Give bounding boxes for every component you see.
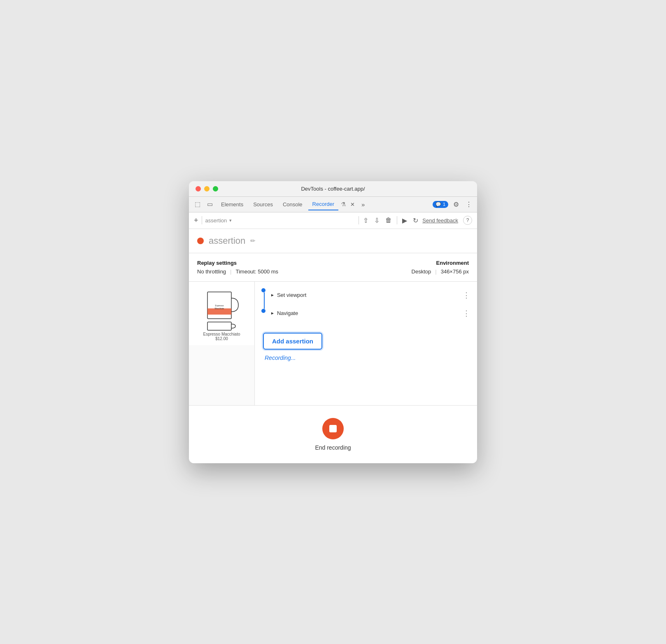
recording-title: assertion	[209, 236, 245, 246]
minimize-button[interactable]	[204, 186, 210, 191]
tab-sources[interactable]: Sources	[249, 199, 277, 210]
more-options-btn[interactable]: ⋮	[464, 199, 474, 210]
settings-row: Replay settings No throttling | Timeout:…	[189, 253, 477, 282]
settings-separator: |	[230, 268, 231, 275]
step-2-content[interactable]: ► Navigate ⋮	[270, 309, 470, 324]
step-1-bullet	[261, 288, 265, 292]
toolbar-divider-1	[202, 216, 202, 224]
environment-values: Desktop | 346×756 px	[412, 268, 469, 275]
svg-text:Macchiato: Macchiato	[214, 307, 224, 310]
step-1-content[interactable]: ► Set viewport ⋮	[270, 288, 470, 309]
window-title: DevTools - coffee-cart.app/	[301, 186, 365, 192]
add-assertion-btn[interactable]: Add assertion	[263, 333, 322, 350]
replay-settings-values: No throttling | Timeout: 5000 ms	[197, 268, 412, 275]
toolbar-divider-2	[359, 216, 359, 224]
step-2-bullet	[261, 309, 265, 313]
step-2-label: ► Navigate	[270, 310, 463, 316]
chat-icon: 💬	[435, 202, 441, 207]
stop-recording-btn[interactable]	[322, 418, 344, 439]
steps-list: ► Set viewport ⋮ ► Navigate ⋮	[255, 282, 477, 405]
resolution-value[interactable]: 346×756 px	[441, 268, 469, 275]
settings-btn[interactable]: ⚙	[452, 199, 461, 210]
timeout-value[interactable]: Timeout: 5000 ms	[235, 268, 278, 275]
dropdown-arrow-icon: ▾	[229, 218, 232, 223]
more-tabs-btn[interactable]: »	[359, 199, 367, 210]
throttling-value[interactable]: No throttling	[197, 268, 226, 275]
recording-title-row: assertion ✏	[189, 229, 477, 253]
recording-name-selector[interactable]: assertion ▾	[205, 217, 356, 224]
export-btn[interactable]: ⇧	[362, 216, 369, 225]
step-1-connector	[264, 292, 265, 309]
title-bar: DevTools - coffee-cart.app/	[189, 181, 477, 197]
step-1-more-btn[interactable]: ⋮	[463, 291, 470, 300]
step-replay-btn[interactable]: ↻	[412, 216, 419, 225]
step-2-text: Navigate	[277, 310, 298, 316]
replay-settings: Replay settings No throttling | Timeout:…	[197, 260, 412, 275]
step-1-expand-icon: ►	[270, 293, 275, 297]
step-1-timeline	[261, 288, 265, 309]
add-assertion-area: Add assertion Recording...	[255, 324, 477, 365]
step-2-more-btn[interactable]: ⋮	[463, 309, 470, 318]
add-recording-btn[interactable]: +	[194, 217, 198, 224]
device-value[interactable]: Desktop	[412, 268, 431, 275]
recorder-experiment-icon: ⚗	[341, 201, 346, 208]
toolbar-icons: ⇧ ⇩ 🗑 ▶ ↻	[362, 216, 419, 225]
end-recording-area: End recording	[189, 405, 477, 463]
steps-area: Espresso Macchiato Espresso Macchiato $1…	[189, 282, 477, 405]
svg-rect-4	[207, 322, 231, 330]
toolbar-right: Send feedback ?	[422, 216, 472, 225]
step-2-timeline	[261, 309, 265, 324]
toolbar-divider-3	[397, 216, 397, 224]
recording-status-text: Recording...	[263, 355, 296, 361]
device-icon-btn[interactable]: ▭	[205, 199, 215, 210]
chat-count: 1	[443, 202, 445, 207]
help-btn[interactable]: ?	[463, 216, 472, 225]
preview-image: Espresso Macchiato Espresso Macchiato $1…	[189, 282, 254, 345]
svg-text:Espresso: Espresso	[215, 304, 224, 307]
replay-btn[interactable]: ▶	[401, 216, 408, 225]
traffic-lights	[196, 186, 218, 191]
edit-title-icon[interactable]: ✏	[250, 237, 256, 245]
environment-label: Environment	[412, 260, 469, 266]
inspector-icon-btn[interactable]: ⬚	[192, 199, 203, 210]
toolbar: + assertion ▾ ⇧ ⇩ 🗑 ▶ ↻ Send feedback ?	[189, 212, 477, 229]
recording-name-text: assertion	[205, 217, 227, 224]
send-feedback-btn[interactable]: Send feedback	[422, 217, 458, 224]
tabs-right: 💬 1 ⚙ ⋮	[433, 199, 474, 210]
tab-elements[interactable]: Elements	[217, 199, 247, 210]
step-1-text: Set viewport	[277, 292, 307, 298]
import-btn[interactable]: ⇩	[373, 216, 380, 225]
tabs-bar: ⬚ ▭ Elements Sources Console Recorder ⚗ …	[189, 197, 477, 212]
recording-dot	[197, 238, 204, 244]
coffee-preview-svg: Espresso Macchiato	[203, 286, 240, 331]
stop-icon	[329, 425, 337, 432]
close-recorder-tab-btn[interactable]: ✕	[348, 200, 357, 209]
step-2-expand-icon: ►	[270, 311, 275, 315]
preview-caption-2: $12.00	[215, 336, 228, 341]
preview-caption-1: Espresso Macchiato	[203, 332, 240, 336]
tab-console[interactable]: Console	[279, 199, 307, 210]
delete-btn[interactable]: 🗑	[384, 216, 393, 225]
steps-preview-panel: Espresso Macchiato Espresso Macchiato $1…	[189, 282, 255, 405]
replay-settings-label: Replay settings	[197, 260, 412, 266]
end-recording-label: End recording	[315, 444, 351, 451]
step-1-row: ► Set viewport ⋮	[255, 282, 477, 309]
chat-badge[interactable]: 💬 1	[433, 201, 448, 208]
close-button[interactable]	[196, 186, 201, 191]
step-2-row: ► Navigate ⋮	[255, 309, 477, 324]
env-separator: |	[435, 268, 436, 275]
maximize-button[interactable]	[213, 186, 218, 191]
devtools-window: DevTools - coffee-cart.app/ ⬚ ▭ Elements…	[189, 181, 477, 463]
step-1-label: ► Set viewport	[270, 292, 463, 298]
environment-settings: Environment Desktop | 346×756 px	[412, 260, 469, 275]
tab-recorder[interactable]: Recorder	[308, 198, 338, 210]
